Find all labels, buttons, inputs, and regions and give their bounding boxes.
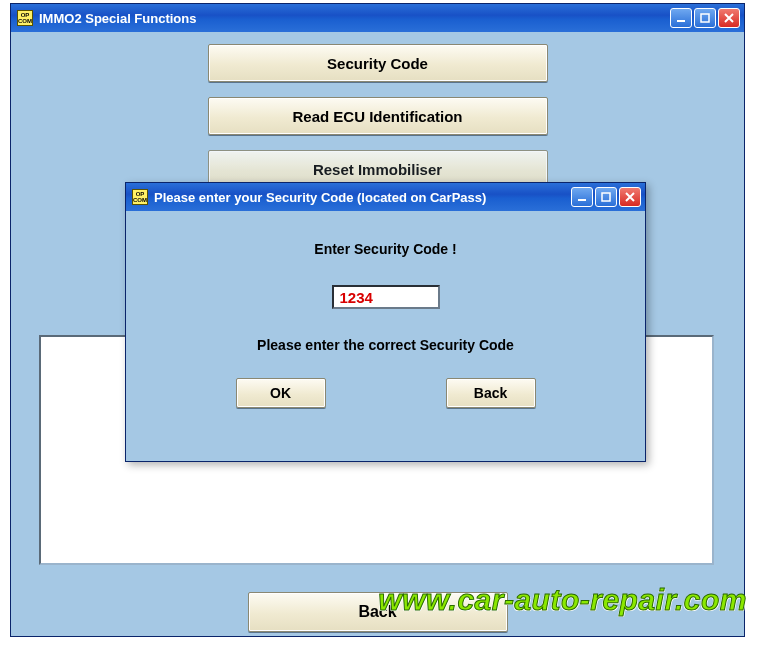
dialog-window-controls [571,187,641,207]
security-code-input[interactable] [332,285,440,309]
dialog-title: Please enter your Security Code (located… [154,190,571,205]
dialog-maximize-button[interactable] [595,187,617,207]
maximize-button[interactable] [694,8,716,28]
svg-rect-3 [602,193,610,201]
dialog-heading: Enter Security Code ! [126,241,645,257]
security-code-dialog: OP COM Please enter your Security Code (… [125,182,646,462]
close-icon [625,192,635,202]
dialog-message: Please enter the correct Security Code [126,337,645,353]
main-window-controls [670,8,740,28]
svg-rect-1 [701,14,709,22]
security-code-button[interactable]: Security Code [208,44,548,82]
close-icon [724,13,734,23]
dialog-close-button[interactable] [619,187,641,207]
ok-button[interactable]: OK [236,378,326,408]
minimize-button[interactable] [670,8,692,28]
maximize-icon [700,13,710,23]
main-titlebar: OP COM IMMO2 Special Functions [11,4,744,32]
minimize-icon [676,13,686,23]
read-ecu-button[interactable]: Read ECU Identification [208,97,548,135]
main-title: IMMO2 Special Functions [39,11,670,26]
dialog-titlebar: OP COM Please enter your Security Code (… [126,183,645,211]
svg-rect-2 [578,199,586,201]
dialog-back-button[interactable]: Back [446,378,536,408]
minimize-icon [577,192,587,202]
dialog-button-row: OK Back [126,378,645,408]
app-icon: OP COM [17,10,33,26]
main-back-button[interactable]: Back [248,592,508,632]
dialog-minimize-button[interactable] [571,187,593,207]
dialog-app-icon: OP COM [132,189,148,205]
dialog-client: Enter Security Code ! Please enter the c… [126,211,645,461]
close-button[interactable] [718,8,740,28]
svg-rect-0 [677,20,685,22]
maximize-icon [601,192,611,202]
